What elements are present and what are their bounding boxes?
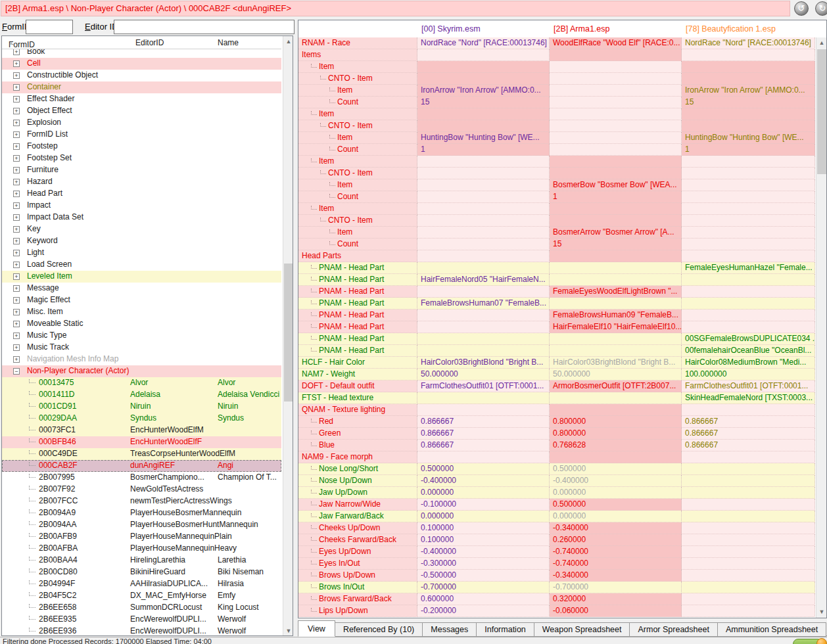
column-header-plugin-1[interactable]: [00] Skyrim.esm [421,24,481,34]
cell-value[interactable] [550,298,682,310]
cell-value[interactable] [550,168,682,179]
cell-value[interactable] [682,298,815,310]
cell-value[interactable] [682,227,815,239]
cell-value[interactable]: HuntingBow "Hunting Bow" [WE... [682,132,815,144]
row-label[interactable]: CNTO - Item [298,168,417,179]
cell-value[interactable]: HairColor03BrightBlond "Bright B... [550,357,682,369]
row-label[interactable]: Lips Up/Down [298,605,417,617]
cell-value[interactable] [682,179,815,191]
cell-value[interactable]: 0.866667 [682,428,815,440]
scroll-up-icon[interactable]: ▲ [283,36,293,47]
expand-plus-icon[interactable]: + [13,108,20,114]
cell-value[interactable]: 00femalehairOceanBlue "OceanBl... [682,345,815,357]
row-label[interactable]: Brows Up/Down [298,570,417,582]
row-label[interactable]: RNAM - Race [298,37,417,49]
cell-value[interactable]: 0.320000 [550,593,682,605]
tree-category-row[interactable]: +Keyword [2,235,281,247]
cell-value[interactable] [417,49,550,61]
tree-row[interactable]: 00013475AlvorAlvor [2,377,281,389]
cell-value[interactable] [417,73,550,85]
row-label[interactable]: HCLF - Hair Color [298,357,417,369]
tree-scrollbar-thumb[interactable] [284,264,293,402]
cell-value[interactable]: -0.300000 [417,558,550,570]
cell-value[interactable] [682,250,815,262]
cell-value[interactable]: HairColor08MediumBrown "Medi... [682,357,815,369]
expand-plus-icon[interactable]: + [13,84,20,91]
cell-value[interactable] [417,321,550,333]
cell-value[interactable] [682,156,815,168]
cell-value[interactable]: FemaleEyesHumanHazel "Female... [682,262,815,274]
view-scrollbar-thumb[interactable] [817,49,826,174]
tree-row[interactable]: 2B6EE936EncWerewolfDUPLI...Werwolf [2,626,281,636]
cell-value[interactable] [682,522,815,534]
cell-value[interactable]: NordRace "Nord" [RACE:00013746] [682,37,815,49]
expand-plus-icon[interactable]: + [13,214,20,221]
cell-value[interactable]: IronArrow "Iron Arrow" [AMMO:0... [417,85,550,97]
column-header-plugin-2[interactable]: [2B] Arma1.esp [554,24,609,34]
expand-plus-icon[interactable]: + [13,96,20,103]
row-label[interactable]: Item [298,132,417,144]
forward-button[interactable]: ↻ [815,1,827,16]
row-label[interactable]: Count [298,144,417,156]
row-label[interactable]: PNAM - Head Part [298,310,417,321]
tree-row[interactable]: 2B007F92NewGoldTestActress [2,484,281,495]
row-label[interactable]: Count [298,191,417,203]
scroll-down-icon[interactable]: ▼ [283,626,293,636]
cell-value[interactable]: HairFemaleElf10 "HairFemaleElf10... [550,321,682,333]
cell-value[interactable]: FarmClothesOutfit01 [OTFT:0001... [682,380,815,392]
cell-value[interactable] [417,333,550,345]
cell-value[interactable]: NordRace "Nord" [RACE:00013746] [417,37,550,49]
cell-value[interactable] [682,61,815,73]
cell-value[interactable] [417,392,550,404]
cell-value[interactable]: 0.866667 [417,416,550,428]
cell-value[interactable] [550,120,682,132]
cell-value[interactable]: 0.100000 [417,534,550,546]
row-label[interactable]: PNAM - Head Part [298,262,417,274]
cell-value[interactable]: BosmerBow "Bosmer Bow" [WEA... [550,179,682,191]
cell-value[interactable]: 0.000000 [550,511,682,522]
cell-value[interactable]: 15 [417,97,550,108]
row-label[interactable]: Item [298,61,417,73]
cell-value[interactable] [682,475,815,487]
expand-plus-icon[interactable]: + [13,179,20,185]
cell-value[interactable] [550,85,682,97]
expand-plus-icon[interactable]: + [13,344,20,351]
column-header-plugin-3[interactable]: [78] Beautyfication 1.esp [686,24,776,34]
cell-value[interactable] [417,120,550,132]
row-label[interactable]: Green [298,428,417,440]
expand-plus-icon[interactable]: + [13,321,20,327]
tree-category-row[interactable]: +Music Type [2,330,281,342]
cell-value[interactable]: 0.500000 [550,463,682,475]
cell-value[interactable] [682,168,815,179]
row-label[interactable]: Eyes Up/Down [298,546,417,558]
cell-value[interactable] [417,215,550,227]
cell-value[interactable]: ArmorBosmerOutfit [OTFT:2B007... [550,380,682,392]
cell-value[interactable] [550,132,682,144]
row-label[interactable]: Jaw Narrow/Wide [298,499,417,511]
cell-value[interactable] [550,404,682,416]
cell-value[interactable] [682,191,815,203]
row-label[interactable]: Items [298,49,417,61]
expand-plus-icon[interactable]: + [13,333,20,339]
cell-value[interactable] [417,156,550,168]
expand-plus-icon[interactable]: + [13,238,20,244]
cell-value[interactable] [550,451,682,463]
cell-value[interactable]: -0.740000 [550,558,682,570]
tree-row[interactable]: 2B00AFBAPlayerHouseMannequinHeavy [2,543,281,555]
cell-value[interactable]: SkinHeadFemaleNord [TXST:0003... [682,392,815,404]
cell-value[interactable] [550,274,682,286]
row-label[interactable]: QNAM - Texture lighting [298,404,417,416]
cell-value[interactable] [682,546,815,558]
cell-value[interactable] [417,191,550,203]
cell-value[interactable] [550,73,682,85]
cell-value[interactable] [550,97,682,108]
expand-plus-icon[interactable]: + [13,250,20,256]
cell-value[interactable] [417,404,550,416]
cell-value[interactable] [682,499,815,511]
row-label[interactable]: Eyes In/Out [298,558,417,570]
collapse-minus-icon[interactable]: − [13,368,20,375]
cell-value[interactable] [417,203,550,215]
tree-category-row[interactable]: +Moveable Static [2,318,281,330]
expand-plus-icon[interactable]: + [13,131,20,138]
row-label[interactable]: Count [298,239,417,250]
